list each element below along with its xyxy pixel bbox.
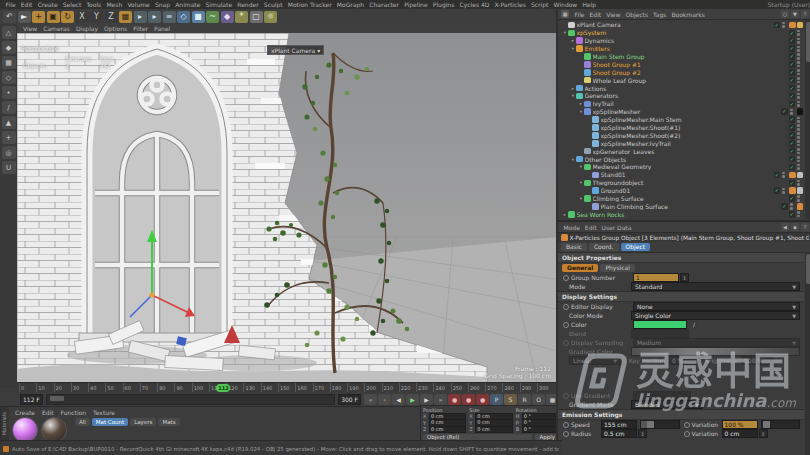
enable-check-icon[interactable]: ✓ [789, 132, 796, 139]
tag-icon[interactable] [789, 22, 796, 29]
section-display-settings[interactable]: Display Settings [558, 291, 804, 302]
enable-check-icon[interactable]: ✓ [781, 108, 788, 115]
visibility-dots[interactable] [797, 140, 801, 146]
enable-check-icon[interactable]: ✓ [789, 37, 796, 44]
goto-end-button[interactable]: » [434, 394, 447, 405]
play-button[interactable]: ▶ [406, 394, 419, 405]
menu-item[interactable]: Volume [125, 1, 153, 8]
tree-row[interactable]: ▾ Emitters ✓ [560, 45, 803, 53]
texture-mode-icon[interactable]: ▦ [2, 56, 16, 69]
tree-row[interactable]: ▾ Climbing Surface ✓ [560, 195, 803, 203]
menu-item[interactable]: Window [551, 1, 580, 8]
menu-item[interactable]: Create [35, 1, 60, 8]
end-frame-field[interactable]: 300 F [338, 394, 361, 405]
tree-row[interactable]: Plain Climbing Surface ✓ [560, 202, 803, 210]
attribute-tab[interactable]: Coord. [589, 243, 619, 251]
scrollbar-handle[interactable] [806, 254, 810, 284]
visibility-dots[interactable] [797, 164, 801, 170]
visibility-dots[interactable] [797, 69, 801, 75]
visibility-dots[interactable] [782, 172, 786, 178]
visibility-dots[interactable] [797, 195, 801, 201]
menu-item[interactable]: Mesh [104, 1, 125, 8]
tree-row[interactable]: Stand01 ✓ [560, 171, 803, 179]
material-layer-tab[interactable]: Layers [130, 418, 156, 426]
arrow-left-icon[interactable]: ◀ [781, 223, 789, 231]
snap-icon[interactable]: U [2, 161, 16, 174]
record-position-button[interactable]: P [490, 394, 503, 405]
tree-row[interactable]: Whole Leaf Group ✓ [560, 76, 803, 84]
tree-row[interactable]: ▾ Other Objects ✓ [560, 155, 803, 163]
anim-dot-icon[interactable] [684, 422, 690, 428]
enable-check-icon[interactable]: ✓ [789, 101, 796, 108]
visibility-dots[interactable] [797, 180, 801, 186]
stepper-icon[interactable]: ↕ [638, 429, 647, 439]
viewport-canvas[interactable]: Perspective SelectedTotal Objects:3232 x… [17, 33, 556, 382]
tree-row[interactable]: ▾ xpSystem ✓ [560, 29, 803, 37]
viewport-menu-item[interactable]: Panel [151, 25, 173, 32]
visibility-dots[interactable] [797, 211, 801, 217]
render-picture-viewer-button[interactable]: ▸ [148, 11, 161, 23]
tag-icon[interactable] [797, 108, 804, 115]
enable-check-icon[interactable]: ✓ [781, 203, 788, 210]
attribute-menu-item[interactable]: Edit [582, 224, 599, 231]
visibility-dots[interactable] [797, 61, 801, 67]
enable-check-icon[interactable]: ✓ [789, 93, 796, 100]
enable-check-icon[interactable]: ✓ [789, 77, 796, 84]
primitive-cube-button[interactable]: ■ [192, 11, 205, 23]
record-scale-button[interactable]: S [504, 394, 517, 405]
live-selection-tool[interactable]: ► [18, 11, 31, 23]
visibility-dots[interactable] [797, 101, 801, 107]
menu-item[interactable]: Help [580, 1, 599, 8]
material-layer-tab[interactable]: All [75, 418, 90, 426]
viewport-menu-item[interactable]: Filter [130, 25, 151, 32]
light-button[interactable]: ☼ [264, 11, 277, 23]
subdivision-surface-button[interactable]: ◇ [177, 11, 190, 23]
enable-check-icon[interactable]: ✓ [789, 116, 796, 123]
material-layer-tab[interactable]: Mat Count [92, 418, 128, 426]
attribute-tab[interactable]: Basic [561, 243, 587, 251]
menu-item[interactable]: X-Particles [492, 1, 528, 8]
viewport-menu-item[interactable]: Options [101, 25, 130, 32]
tree-row[interactable]: ▸ Actions ✓ [560, 84, 803, 92]
rotation-b-field[interactable]: 0 ° [522, 426, 559, 434]
menu-item[interactable]: Sculpt [261, 1, 285, 8]
preview-range-slider[interactable] [46, 394, 335, 405]
tag-icon[interactable] [797, 22, 804, 29]
menu-item[interactable]: File [3, 1, 18, 8]
menu-item[interactable]: Animate [173, 1, 203, 8]
object-manager-menu-item[interactable]: Tags [651, 11, 669, 18]
menu-item[interactable]: Render [235, 1, 262, 8]
tree-row[interactable]: xpSplineMesher.Main Stem ✓ [560, 116, 803, 124]
visibility-dots[interactable] [797, 148, 801, 154]
render-settings-button[interactable]: ≡ [163, 11, 176, 23]
tree-row[interactable]: Shoot Group #1 ✓ [560, 60, 803, 68]
anim-dot-icon[interactable] [563, 431, 569, 437]
current-frame-field[interactable]: 112 F [20, 394, 43, 405]
visibility-dots[interactable] [797, 93, 801, 99]
tag-icon[interactable] [797, 172, 804, 179]
enable-check-icon[interactable]: ✓ [774, 187, 781, 194]
enable-axis-icon[interactable]: + [2, 131, 16, 144]
camera-badge[interactable]: xPlant Camera▾ [267, 45, 324, 55]
material-menu-item[interactable]: Function [58, 409, 90, 416]
enable-check-icon[interactable]: ✓ [789, 30, 796, 37]
tree-row[interactable]: ▾ Thegroundobject ✓ [560, 179, 803, 187]
viewport-menu-item[interactable]: Cameras [40, 25, 73, 32]
undo-icon[interactable]: ↶ [3, 11, 16, 23]
object-manager-menu-item[interactable]: Edit [587, 11, 604, 18]
visibility-dots[interactable] [797, 132, 801, 138]
enable-check-icon[interactable]: ✓ [789, 156, 796, 163]
anim-dot-icon[interactable] [684, 431, 690, 437]
gradient-mode-dropdown[interactable]: Blended▼ [631, 400, 703, 410]
enable-check-icon[interactable]: ✓ [789, 148, 796, 155]
next-frame-button[interactable]: ▶ [420, 394, 433, 405]
mode-dropdown[interactable]: Standard▼ [631, 282, 800, 292]
color-swatch[interactable] [633, 320, 687, 329]
enable-check-icon[interactable]: ✓ [789, 69, 796, 76]
attribute-menu-item[interactable]: Mode [561, 224, 582, 231]
tag-icon[interactable] [789, 172, 796, 179]
material-menu-item[interactable]: Edit [39, 409, 57, 416]
model-mode-icon[interactable]: ◆ [2, 41, 16, 54]
attribute-tab[interactable]: Object [621, 243, 651, 251]
coordinate-system-button[interactable]: ▦ [119, 11, 132, 23]
